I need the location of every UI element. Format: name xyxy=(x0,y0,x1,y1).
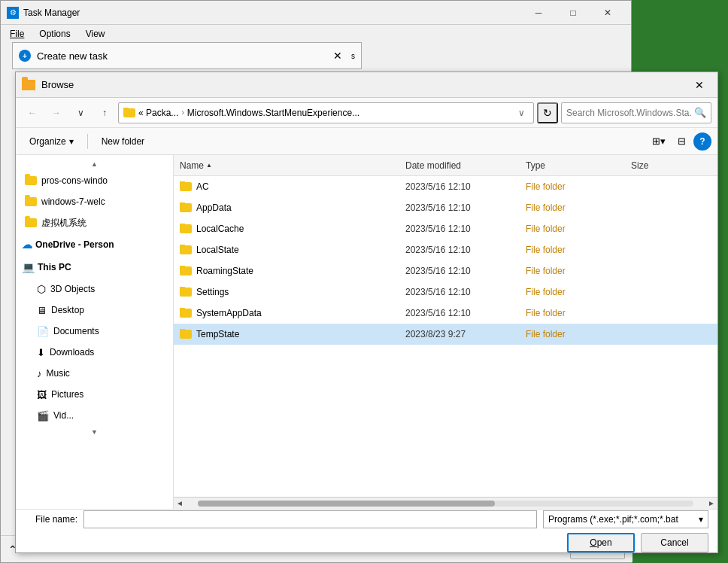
organize-button[interactable]: Organize ▾ xyxy=(22,132,81,151)
file-name-cell: AC xyxy=(180,181,405,192)
cancel-button[interactable]: Cancel xyxy=(641,533,708,552)
file-name-cell: LocalState xyxy=(180,245,405,255)
new-folder-button[interactable]: New folder xyxy=(94,132,152,151)
open-label: Open xyxy=(590,537,611,548)
nav-item-vmsys[interactable]: 虚拟机系统 xyxy=(16,212,173,233)
scrollbar-thumb[interactable] xyxy=(198,501,495,507)
file-name-cell: LocalCache xyxy=(180,224,405,234)
file-name-label: LocalState xyxy=(196,245,239,255)
address-bar[interactable]: « Packa... › Microsoft.Windows.StartMenu… xyxy=(118,102,534,123)
titlebar-controls: ─ □ ✕ xyxy=(521,1,625,25)
column-header-type[interactable]: Type xyxy=(526,160,631,171)
folder-icon xyxy=(25,218,37,227)
file-folder-icon xyxy=(180,309,192,318)
view-toggle-button[interactable]: ⊞ ▾ xyxy=(648,132,669,151)
menu-options[interactable]: Options xyxy=(36,27,73,41)
menu-file[interactable]: File xyxy=(7,27,27,41)
browse-folder-icon xyxy=(22,80,35,90)
browse-dialog: Browse ✕ ← → ∨ ↑ « Packa... › Microsoft.… xyxy=(15,72,718,553)
forward-button[interactable]: → xyxy=(46,102,67,123)
scrollbar-track xyxy=(198,501,693,507)
scroll-left-arrow[interactable]: ◄ xyxy=(174,498,186,510)
file-row[interactable]: Settings 2023/5/16 12:10 File folder xyxy=(174,282,717,303)
file-row[interactable]: AppData 2023/5/16 12:10 File folder xyxy=(174,197,717,218)
nav-downloads[interactable]: ⬇ Downloads xyxy=(16,342,173,363)
scroll-up-area: ▲ xyxy=(16,158,173,170)
preview-icon: ⊟ xyxy=(678,135,686,147)
this-pc-label: This PC xyxy=(38,262,71,272)
file-name-label: AppData xyxy=(196,202,232,213)
back-button[interactable]: ← xyxy=(22,102,43,123)
file-date-cell: 2023/5/16 12:10 xyxy=(405,266,526,276)
downloads-icon: ⬇ xyxy=(37,347,45,358)
address-dropdown-btn[interactable]: ∨ xyxy=(514,103,529,123)
browse-titlebar: Browse ✕ xyxy=(16,72,717,98)
file-row[interactable]: LocalState 2023/5/16 12:10 File folder xyxy=(174,239,717,260)
file-date-cell: 2023/5/16 12:10 xyxy=(405,202,526,213)
refresh-button[interactable]: ↻ xyxy=(537,102,558,123)
nav-documents[interactable]: 📄 Documents xyxy=(16,321,173,342)
column-header-name[interactable]: Name ▲ xyxy=(180,160,405,171)
file-name-input[interactable] xyxy=(83,510,537,528)
minimize-button[interactable]: ─ xyxy=(521,1,556,25)
file-name-label: AC xyxy=(196,181,209,192)
column-header-date[interactable]: Date modified xyxy=(405,160,526,171)
preview-pane-button[interactable]: ⊟ xyxy=(671,132,692,151)
file-name-cell: RoamingState xyxy=(180,266,405,276)
up-button[interactable]: ↑ xyxy=(94,102,115,123)
browse-title: Browse xyxy=(41,79,681,90)
nav-music[interactable]: ♪ Music xyxy=(16,363,173,384)
video-icon: 🎬 xyxy=(37,410,49,421)
nav-video[interactable]: 🎬 Vid... xyxy=(16,405,173,426)
browse-close-button[interactable]: ✕ xyxy=(687,73,711,97)
column-size-label: Size xyxy=(631,160,648,171)
nav-3d-objects[interactable]: ⬡ 3D Objects xyxy=(16,278,173,300)
address-bar-content: « Packa... › Microsoft.Windows.StartMenu… xyxy=(123,108,511,118)
search-box[interactable]: 🔍 xyxy=(561,102,711,123)
horizontal-scrollbar[interactable]: ◄ ► xyxy=(174,497,717,509)
file-folder-icon xyxy=(180,288,192,297)
file-row[interactable]: LocalCache 2023/5/16 12:10 File folder xyxy=(174,218,717,239)
file-type-cell: File folder xyxy=(526,202,631,213)
folder-icon xyxy=(25,176,37,185)
file-folder-icon xyxy=(180,203,192,212)
help-button[interactable]: ? xyxy=(693,132,711,151)
open-button[interactable]: Open xyxy=(567,533,635,552)
file-type-cell: File folder xyxy=(526,287,631,297)
create-task-label: Create new task xyxy=(37,50,108,62)
close-button[interactable]: ✕ xyxy=(590,1,625,25)
nav-pictures[interactable]: 🖼 Pictures xyxy=(16,384,173,405)
scroll-down-icon: ▼ xyxy=(91,428,98,436)
nav-item-windows7[interactable]: windows-7-welc xyxy=(16,191,173,212)
maximize-button[interactable]: □ xyxy=(556,1,590,25)
dropdown-button[interactable]: ∨ xyxy=(70,102,91,123)
toolbar-separator xyxy=(87,134,88,149)
create-task-close[interactable]: ✕ xyxy=(333,50,342,62)
file-folder-icon xyxy=(180,266,192,275)
file-row-selected[interactable]: TempState 2023/8/23 9:27 File folder xyxy=(174,324,717,345)
browse-toolbar: Organize ▾ New folder ⊞ ▾ ⊟ ? xyxy=(16,128,717,155)
menu-view[interactable]: View xyxy=(83,27,108,41)
task-manager-menubar: File Options View xyxy=(1,25,631,43)
address-part1: « Packa... xyxy=(138,108,178,118)
file-row[interactable]: RoamingState 2023/5/16 12:10 File folder xyxy=(174,260,717,282)
file-row[interactable]: AC 2023/5/16 12:10 File folder xyxy=(174,176,717,197)
column-header-size[interactable]: Size xyxy=(631,160,711,171)
file-type-dropdown[interactable]: Programs (*.exe;*.pif;*.com;*.bat ▾ xyxy=(543,510,708,528)
nav-this-pc[interactable]: 💻 This PC xyxy=(16,256,173,278)
file-date-cell: 2023/5/16 12:10 xyxy=(405,287,526,297)
action-buttons: Open Cancel xyxy=(25,533,708,552)
nav-onedrive[interactable]: ☁ OneDrive - Person xyxy=(16,233,173,256)
search-input[interactable] xyxy=(566,108,691,118)
pictures-icon: 🖼 xyxy=(37,389,47,400)
file-type-cell: File folder xyxy=(526,224,631,234)
nav-desktop[interactable]: 🖥 Desktop xyxy=(16,300,173,321)
file-name-cell: Settings xyxy=(180,287,405,297)
file-row[interactable]: SystemAppData 2023/5/16 12:10 File folde… xyxy=(174,303,717,324)
nav-item-pros-cons[interactable]: pros-cons-windo xyxy=(16,170,173,191)
search-icon: 🔍 xyxy=(694,107,706,118)
file-name-label: RoamingState xyxy=(196,266,253,276)
sort-arrow-icon: ▲ xyxy=(206,162,212,169)
address-separator: › xyxy=(181,108,184,117)
scroll-right-arrow[interactable]: ► xyxy=(705,498,717,510)
